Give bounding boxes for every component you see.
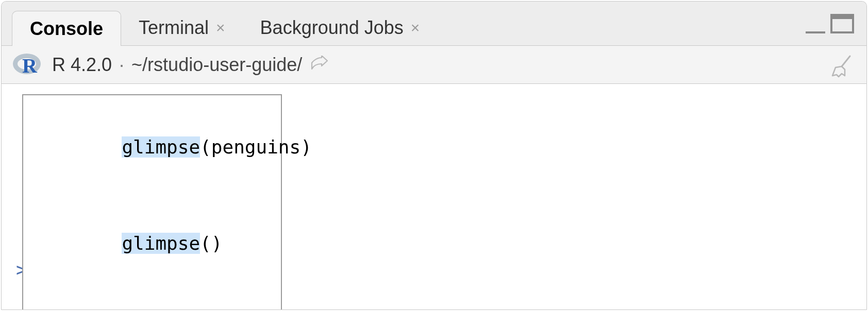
info-separator: · xyxy=(119,54,124,76)
window-controls xyxy=(806,14,854,33)
tab-terminal[interactable]: Terminal × xyxy=(121,10,243,45)
svg-line-0 xyxy=(842,56,850,66)
history-item[interactable]: glimpse() xyxy=(23,195,281,291)
history-match-highlight: glimpse xyxy=(122,233,200,254)
minimize-pane-icon[interactable] xyxy=(806,24,825,33)
tab-background-jobs-label: Background Jobs xyxy=(260,17,404,39)
maximize-pane-icon[interactable] xyxy=(830,14,854,33)
close-icon[interactable]: × xyxy=(216,20,225,36)
history-item[interactable]: glimpse(penguins) xyxy=(23,99,281,195)
history-item-rest: () xyxy=(200,233,222,254)
history-match-highlight: glimpse xyxy=(122,136,200,158)
popout-icon[interactable] xyxy=(310,56,328,74)
console-body[interactable]: glimpse(penguins) glimpse() glimpse(midw… xyxy=(2,84,866,309)
history-search-popup: glimpse(penguins) glimpse() glimpse(midw… xyxy=(22,94,282,310)
r-version-label: R 4.2.0 xyxy=(52,54,112,76)
tab-console-label: Console xyxy=(30,18,103,40)
close-icon[interactable]: × xyxy=(411,20,420,36)
working-directory-label[interactable]: ~/rstudio-user-guide/ xyxy=(131,54,302,76)
tab-terminal-label: Terminal xyxy=(139,17,209,39)
console-info-bar: R R 4.2.0 · ~/rstudio-user-guide/ xyxy=(2,46,866,84)
console-panel: Console Terminal × Background Jobs × R R… xyxy=(1,1,867,310)
clear-console-broom-icon[interactable] xyxy=(829,53,855,83)
r-logo-icon: R xyxy=(13,54,41,76)
tab-background-jobs[interactable]: Background Jobs × xyxy=(243,10,438,45)
tab-bar: Console Terminal × Background Jobs × xyxy=(2,2,866,46)
history-item[interactable]: glimpse(midwest) xyxy=(23,291,281,310)
history-item-rest: (penguins) xyxy=(200,136,312,158)
tab-console[interactable]: Console xyxy=(12,11,121,46)
